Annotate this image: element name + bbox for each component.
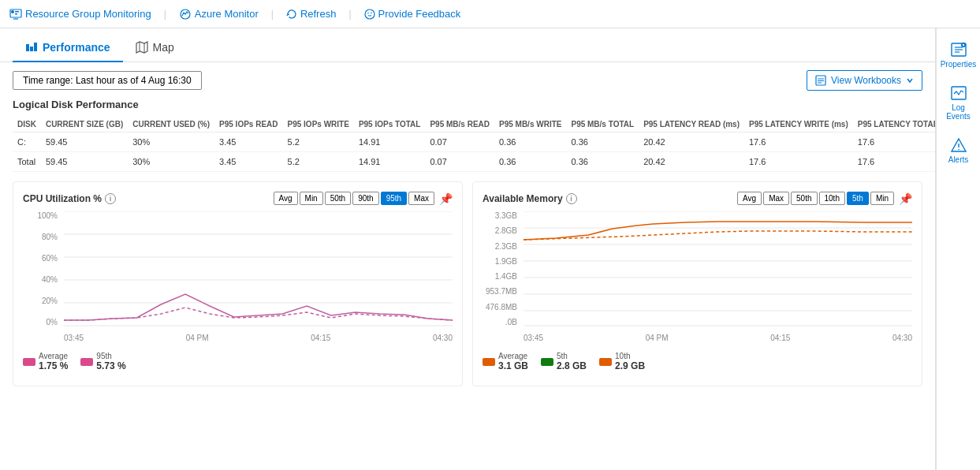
cpu-avg-btn[interactable]: Avg bbox=[274, 192, 298, 205]
memory-chart-buttons: Avg Max 50th 10th 5th Min 📌 bbox=[737, 192, 912, 205]
mem-max-btn[interactable]: Max bbox=[763, 192, 789, 205]
cpu-pin-icon[interactable]: 📌 bbox=[439, 192, 453, 205]
disk-table: DISK CURRENT SIZE (GB) CURRENT USED (%) … bbox=[13, 117, 935, 172]
svg-point-2 bbox=[11, 10, 14, 13]
mem-50th-btn[interactable]: 50th bbox=[791, 192, 817, 205]
svg-point-7 bbox=[367, 12, 369, 13]
tabs-bar: Performance Map bbox=[0, 28, 935, 62]
svg-rect-10 bbox=[30, 47, 33, 51]
cpu-95th-color bbox=[80, 358, 93, 366]
cpu-info-icon[interactable]: i bbox=[105, 193, 116, 204]
properties-button[interactable]: Properties bbox=[937, 35, 980, 75]
feedback-button[interactable]: Provide Feedback bbox=[364, 8, 461, 20]
tab-map[interactable]: Map bbox=[123, 35, 187, 62]
cpu-y-labels: 100% 80% 60% 40% 20% 0% bbox=[23, 211, 61, 326]
col-p95-iops-total: P95 IOPs TOTAL bbox=[354, 117, 426, 132]
azure-monitor-link[interactable]: Azure Monitor bbox=[179, 8, 259, 21]
cpu-chart-title: CPU Utilization % i bbox=[23, 193, 116, 204]
memory-pin-icon[interactable]: 📌 bbox=[899, 192, 912, 205]
mem-legend-10th: 10th 2.9 GB bbox=[599, 352, 645, 371]
col-p95-mbs-read: P95 MB/s READ bbox=[425, 117, 494, 132]
cpu-chart-area: 100% 80% 60% 40% 20% 0% bbox=[23, 211, 453, 345]
tab-performance[interactable]: Performance bbox=[13, 35, 123, 62]
mem-10th-btn[interactable]: 10th bbox=[819, 192, 845, 205]
col-disk: DISK bbox=[13, 117, 41, 132]
refresh-icon bbox=[286, 9, 297, 20]
svg-point-43 bbox=[958, 149, 960, 151]
cpu-chart-plot bbox=[64, 211, 453, 326]
svg-marker-12 bbox=[136, 42, 147, 53]
cpu-legend-95th: 95th 5.73 % bbox=[80, 352, 125, 371]
memory-y-labels: 3.3GB 2.8GB 2.3GB 1.9GB 1.4GB 953.7MB 47… bbox=[483, 211, 520, 326]
disk-table-body: C:59.4530%3.455.214.910.070.360.3620.421… bbox=[13, 132, 935, 172]
col-p95-iops-write: P95 IOPs WRITE bbox=[283, 117, 354, 132]
svg-point-8 bbox=[371, 12, 372, 13]
cpu-95th-btn[interactable]: 95th bbox=[381, 192, 407, 205]
cpu-50th-btn[interactable]: 50th bbox=[325, 192, 351, 205]
alerts-icon bbox=[950, 136, 967, 154]
table-header-row: DISK CURRENT SIZE (GB) CURRENT USED (%) … bbox=[13, 117, 935, 132]
svg-rect-40 bbox=[952, 87, 966, 99]
time-range-button[interactable]: Time range: Last hour as of 4 Aug 16:30 bbox=[13, 71, 202, 90]
log-events-icon bbox=[950, 84, 967, 102]
map-tab-icon bbox=[136, 41, 148, 54]
svg-rect-4 bbox=[15, 13, 17, 15]
content-area: Performance Map Time range: Last hour as… bbox=[0, 28, 936, 470]
mem-avg-btn[interactable]: Avg bbox=[737, 192, 762, 205]
cpu-max-btn[interactable]: Max bbox=[408, 192, 434, 205]
cpu-chart-buttons: Avg Min 50th 90th 95th Max 📌 bbox=[274, 192, 453, 205]
col-p95-mbs-write: P95 MB/s WRITE bbox=[494, 117, 566, 132]
col-current-used: CURRENT USED (%) bbox=[128, 117, 214, 132]
toolbar: Time range: Last hour as of 4 Aug 16:30 … bbox=[0, 62, 935, 99]
monitor-icon bbox=[9, 8, 22, 21]
memory-chart-card: Available Memory i Avg Max 50th 10th 5th… bbox=[472, 181, 922, 386]
memory-x-labels: 03:45 04 PM 04:15 04:30 bbox=[524, 330, 912, 345]
table-row: Total59.4530%3.455.214.910.070.360.3620.… bbox=[13, 152, 935, 172]
col-p95-iops-read: P95 IOPs READ bbox=[214, 117, 282, 132]
memory-chart-header: Available Memory i Avg Max 50th 10th 5th… bbox=[483, 192, 912, 205]
mem-min-btn[interactable]: Min bbox=[870, 192, 894, 205]
charts-row: CPU Utilization % i Avg Min 50th 90th 95… bbox=[0, 172, 935, 396]
svg-point-6 bbox=[365, 9, 374, 19]
table-row: C:59.4530%3.455.214.910.070.360.3620.421… bbox=[13, 132, 935, 152]
top-bar: Resource Group Monitoring | Azure Monito… bbox=[0, 0, 980, 28]
cpu-90th-btn[interactable]: 90th bbox=[352, 192, 378, 205]
refresh-button[interactable]: Refresh bbox=[286, 8, 337, 20]
mem-5th-color bbox=[541, 358, 553, 366]
cpu-chart-header: CPU Utilization % i Avg Min 50th 90th 95… bbox=[23, 192, 453, 205]
mem-legend-5th: 5th 2.8 GB bbox=[541, 352, 587, 371]
cpu-legend-avg: Average 1.75 % bbox=[23, 352, 68, 371]
resource-group-monitoring-link[interactable]: Resource Group Monitoring bbox=[9, 8, 151, 21]
svg-rect-3 bbox=[15, 11, 19, 13]
col-p95-lat-write: P95 LATENCY WRITE (ms) bbox=[744, 117, 853, 132]
view-workbooks-button[interactable]: View Workbooks bbox=[807, 70, 922, 91]
col-current-size: CURRENT SIZE (GB) bbox=[41, 117, 128, 132]
mem-legend-avg: Average 3.1 GB bbox=[483, 352, 528, 371]
disk-table-wrapper: DISK CURRENT SIZE (GB) CURRENT USED (%) … bbox=[0, 117, 935, 172]
memory-chart-area: 3.3GB 2.8GB 2.3GB 1.9GB 1.4GB 953.7MB 47… bbox=[483, 211, 912, 345]
cpu-x-labels: 03:45 04 PM 04:15 04:30 bbox=[64, 330, 453, 345]
col-p95-lat-total: P95 LATENCY TOTAL (r bbox=[853, 117, 935, 132]
workbook-icon bbox=[815, 75, 826, 86]
memory-chart-legend: Average 3.1 GB 5th 2.8 GB bbox=[483, 352, 912, 371]
svg-rect-9 bbox=[26, 44, 29, 51]
cpu-min-btn[interactable]: Min bbox=[300, 192, 323, 205]
main-container: Performance Map Time range: Last hour as… bbox=[0, 28, 980, 470]
memory-info-icon[interactable]: i bbox=[566, 193, 577, 204]
cpu-avg-color bbox=[23, 358, 35, 366]
right-sidebar: Properties Log Events Alerts bbox=[936, 28, 980, 470]
disk-table-title: Logical Disk Performance bbox=[0, 99, 935, 117]
chevron-down-icon bbox=[906, 76, 914, 84]
mem-avg-color bbox=[483, 358, 495, 366]
cpu-chart-card: CPU Utilization % i Avg Min 50th 90th 95… bbox=[13, 181, 463, 386]
log-events-button[interactable]: Log Events bbox=[937, 78, 980, 127]
cpu-svg bbox=[64, 211, 453, 326]
mem-5th-btn[interactable]: 5th bbox=[847, 192, 869, 205]
col-p95-mbs-total: P95 MB/s TOTAL bbox=[566, 117, 639, 132]
memory-svg bbox=[524, 211, 912, 326]
cpu-chart-legend: Average 1.75 % 95th 5.73 % bbox=[23, 352, 453, 371]
col-p95-lat-read: P95 LATENCY READ (ms) bbox=[639, 117, 744, 132]
alerts-button[interactable]: Alerts bbox=[937, 130, 980, 170]
feedback-icon bbox=[364, 9, 375, 20]
svg-rect-11 bbox=[34, 43, 37, 51]
